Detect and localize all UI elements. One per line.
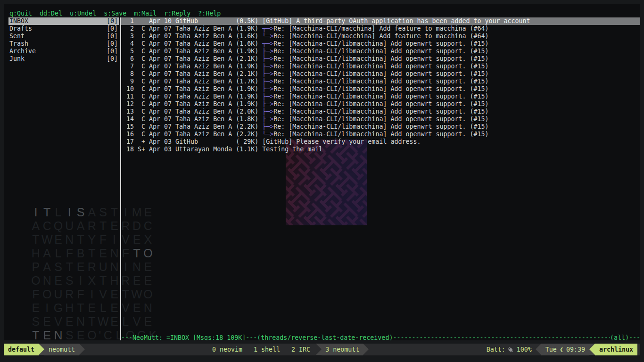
word-clock-letter: A	[75, 219, 86, 233]
powerline-arrow-icon	[536, 344, 541, 355]
word-clock-letter: R	[64, 288, 75, 301]
word-clock-letter: L	[98, 301, 109, 315]
tmux-window-active[interactable]: 3 neomutt	[316, 344, 369, 355]
chevron-left-icon: ❮	[557, 346, 566, 353]
thread-tree-icon: ├─>	[262, 108, 273, 115]
status-line-left: ---NeoMutt: =INBOX [Msgs:18 109K]---(thr…	[121, 334, 393, 340]
word-clock-letter: W	[98, 315, 109, 329]
word-clock-letter: I	[30, 206, 41, 219]
word-clock-letter: E	[142, 274, 154, 288]
word-clock-letter: P	[30, 260, 41, 274]
word-clock-letter: O	[30, 274, 41, 288]
word-clock-letter: T	[75, 301, 86, 315]
mail-subject: Re: [Macchina-CLI/libmacchina] Add openw…	[273, 55, 488, 62]
mail-subject: Testing the mail	[262, 146, 322, 153]
word-clock-letter: E	[131, 274, 142, 288]
word-clock-letter: F	[64, 247, 75, 260]
word-clock-letter: F	[98, 233, 109, 247]
mail-row[interactable]: 13 C Apr 07 Taha Aziz Ben A (2.0K) ├─>Re…	[121, 108, 640, 115]
word-clock-letter: F	[75, 288, 86, 301]
sidebar-item-sent[interactable]: Sent[0]	[8, 33, 119, 40]
mail-row[interactable]: 16 C Apr 07 Taha Aziz Ben A (2.2K) └─>Re…	[121, 131, 640, 138]
status-line-right: (all)---	[610, 334, 640, 340]
word-clock-letter: T	[120, 288, 131, 301]
thread-tree-icon: ├─>	[262, 70, 273, 77]
word-clock-letter: E	[86, 301, 98, 315]
word-clock-letter: E	[109, 219, 120, 233]
mail-row[interactable]: 5 C Apr 07 Taha Aziz Ben A (1.9K) ├─>Re:…	[121, 48, 640, 55]
sidebar-item-trash[interactable]: Trash[0]	[8, 40, 119, 48]
word-clock-letter: E	[109, 288, 120, 301]
powerline-arrow-icon	[363, 344, 369, 355]
mail-row[interactable]: 17 + Apr 03 GitHub ( 29K) [GitHub] Pleas…	[121, 138, 640, 146]
word-clock-letter: H	[109, 274, 120, 288]
sidebar-item-drafts[interactable]: Drafts[0]	[8, 25, 119, 33]
mail-row[interactable]: 14 C Apr 07 Taha Aziz Ben A (1.8K) ├─>Re…	[121, 115, 640, 123]
tmux-window-shell[interactable]: 1 shell	[248, 344, 286, 355]
word-clock-letter: L	[53, 247, 64, 260]
tmux-window-neovim[interactable]: 0 neovim	[206, 344, 248, 355]
mail-row[interactable]: 9 C Apr 07 Taha Aziz Ben A (1.7K) ├─>Re:…	[121, 78, 640, 85]
hostname-label: archlinux	[595, 344, 637, 355]
word-clock-letter: E	[53, 233, 64, 247]
sidebar-item-archive[interactable]: Archive[0]	[8, 48, 119, 55]
mail-subject: [GitHub] Please verify your email addres…	[262, 138, 421, 145]
mail-row[interactable]: 10 C Apr 07 Taha Aziz Ben A (1.9K) ├─>Re…	[121, 85, 640, 93]
thread-tree-icon: ┬─>	[262, 40, 273, 47]
word-clock-letter: A	[86, 206, 98, 219]
word-clock-row: HALFBTENFTO	[30, 247, 158, 260]
word-clock-letter: S	[30, 315, 41, 329]
word-clock-row: PASTERUNINE	[30, 260, 158, 274]
sidebar-item-inbox[interactable]: INBOX[0]	[8, 17, 119, 25]
word-clock-letter: A	[41, 247, 53, 260]
mail-row-meta: 9 C Apr 07 Taha Aziz Ben A (1.7K)	[123, 78, 262, 85]
thread-tree-icon: ├─>	[262, 115, 273, 123]
tmux-window-list: 0 neovim1 shell2 IRC3 neomutt	[206, 344, 369, 355]
mail-subject: Re: [Macchina-CLI/libmacchina] Add openw…	[273, 100, 488, 107]
word-clock-letter: E	[131, 233, 142, 247]
mail-row[interactable]: 11 C Apr 07 Taha Aziz Ben A (1.9K) ├─>Re…	[121, 93, 640, 100]
mailbox-name: Sent	[9, 33, 25, 40]
neomutt-help-bar: q:Quit dd:Del u:Undel s:Save m:Mail r:Re…	[9, 10, 221, 17]
sidebar-item-junk[interactable]: Junk[0]	[8, 55, 119, 63]
mail-row[interactable]: 4 C Apr 07 Taha Aziz Ben A (1.6K) ┬─>Re:…	[121, 40, 640, 48]
word-clock-row: ACQUARTERDC	[30, 219, 158, 233]
mail-row[interactable]: 12 C Apr 07 Taha Aziz Ben A (1.9K) ├─>Re…	[121, 100, 640, 108]
tmux-window-IRC[interactable]: 2 IRC	[286, 344, 316, 355]
mail-row-meta: 10 C Apr 07 Taha Aziz Ben A (1.9K)	[123, 85, 262, 92]
mail-row-meta: 8 C Apr 07 Taha Aziz Ben A (2.1K)	[123, 70, 262, 77]
word-clock-letter: Y	[86, 233, 98, 247]
mail-row[interactable]: 6 C Apr 07 Taha Aziz Ben A (2.1K) ├─>Re:…	[121, 55, 640, 63]
word-clock-letter: '	[98, 329, 102, 340]
word-clock-letter: E	[142, 260, 154, 274]
word-clock-letter: E	[109, 301, 120, 315]
word-clock-letter: S	[75, 206, 86, 219]
word-clock-letter: A	[30, 219, 41, 233]
mail-row[interactable]: 8 C Apr 07 Taha Aziz Ben A (2.1K) ├─>Re:…	[121, 70, 640, 78]
mail-row[interactable]: 1 Apr 10 GitHub (0.5K) [GitHub] A third-…	[121, 17, 640, 25]
word-clock-letter: T	[86, 247, 98, 260]
mail-row-meta: 15 C Apr 07 Taha Aziz Ben A (2.2K)	[123, 123, 262, 130]
powerline-arrow-icon	[316, 344, 322, 355]
word-clock-letter: R	[86, 260, 98, 274]
word-clock-letter: V	[98, 288, 109, 301]
word-clock-letter: E	[109, 315, 120, 329]
mail-subject: Re: [Macchina-CLI/libmacchina] Add openw…	[273, 131, 488, 138]
battery-label: Batt:	[487, 346, 505, 353]
tmux-session-name[interactable]: default	[4, 344, 39, 355]
mail-row[interactable]: 7 C Apr 07 Taha Aziz Ben A (1.9K) ├─>Re:…	[121, 63, 640, 70]
word-clock-letter: I	[64, 206, 75, 219]
word-clock-letter: U	[98, 260, 109, 274]
mail-row[interactable]: 3 C Apr 07 Taha Aziz Ben A (1.6K) └─>Re:…	[121, 33, 640, 40]
mail-row[interactable]: 18 S+ Apr 03 Uttarayan Monda (1.1K) Test…	[121, 146, 640, 153]
mail-subject: Re: [Macchina-CLI/macchina] Add feature …	[273, 33, 488, 40]
mail-subject: Re: [Macchina-CLI/libmacchina] Add openw…	[273, 85, 488, 92]
word-clock-letter: T	[98, 219, 109, 233]
word-clock-letter: E	[30, 301, 41, 315]
mail-row[interactable]: 2 C Apr 07 Taha Aziz Ben A (1.9K) ┬─>Re:…	[121, 25, 640, 33]
mail-row-meta: 5 C Apr 07 Taha Aziz Ben A (1.9K)	[123, 48, 262, 55]
word-clock-letter: T	[75, 233, 86, 247]
word-clock-letter: N	[142, 301, 154, 315]
word-clock-letter: G	[53, 301, 64, 315]
mail-row[interactable]: 15 C Apr 07 Taha Aziz Ben A (2.2K) ├─>Re…	[121, 123, 640, 131]
